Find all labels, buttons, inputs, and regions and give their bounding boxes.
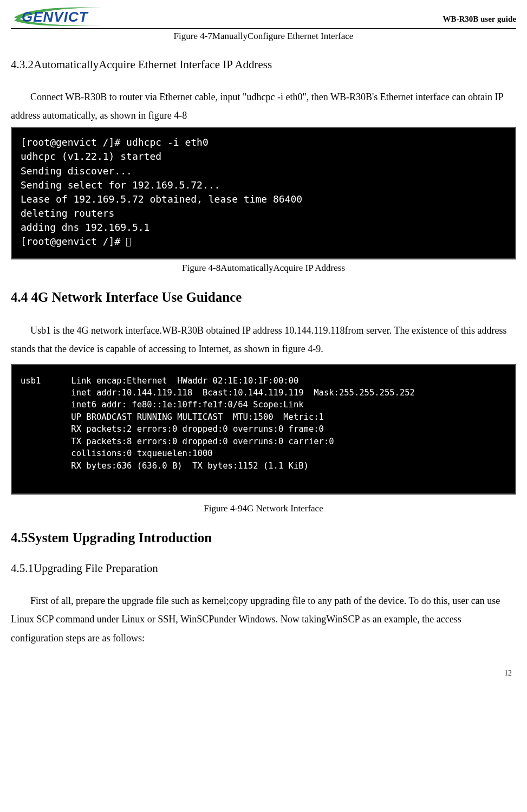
terminal-line: deleting routers: [21, 206, 506, 220]
figure-caption-4-9: Figure 4-94G Network Interface: [11, 503, 516, 514]
terminal-line: [root@genvict /]# udhcpc -i eth0: [21, 135, 506, 150]
brand-name: GENVICT: [22, 9, 88, 25]
prompt-text: [root@genvict /]#: [21, 236, 126, 247]
header-doc-title: WB-R30B user guide: [443, 15, 516, 26]
heading-4-4: 4.4 4G Network Interface Use Guidance: [11, 290, 516, 305]
brand-logo: GENVICT: [11, 4, 108, 26]
terminal-line: UP BROADCAST RUNNING MULTICAST MTU:1500 …: [21, 411, 506, 423]
terminal-line: TX packets:8 errors:0 dropped:0 overruns…: [21, 436, 506, 447]
heading-4-3-2: 4.3.2AutomaticallyAcquire Ethernet Inter…: [11, 58, 516, 72]
terminal-line: [root@genvict /]#: [21, 235, 506, 249]
terminal-line: Sending discover...: [21, 164, 506, 178]
terminal-line: Sending select for 192.169.5.72...: [21, 178, 506, 192]
figure-caption-4-7: Figure 4-7ManuallyConfigure Ethernet Int…: [11, 31, 516, 42]
terminal-line: inet6 addr: fe80::1e:10ff:fe1f:0/64 Scop…: [21, 399, 506, 411]
terminal-line: RX packets:2 errors:0 dropped:0 overruns…: [21, 423, 506, 435]
terminal-output-udhcpc: [root@genvict /]# udhcpc -i eth0 udhcpc …: [11, 127, 516, 259]
figure-caption-4-8: Figure 4-8AutomaticallyAcquire IP Addres…: [11, 263, 516, 274]
terminal-line: collisions:0 txqueuelen:1000: [21, 447, 506, 459]
terminal-line: inet addr:10.144.119.118 Bcast:10.144.11…: [21, 387, 506, 399]
terminal-line: usb1 Link encap:Ethernet HWaddr 02:1E:10…: [21, 375, 506, 387]
paragraph-4-4: Usb1 is the 4G network interface.WB-R30B…: [11, 321, 516, 358]
page-number: 12: [11, 669, 516, 678]
terminal-line: adding dns 192.169.5.1: [21, 220, 506, 235]
heading-4-5: 4.5System Upgrading Introduction: [11, 530, 516, 545]
terminal-line: Lease of 192.169.5.72 obtained, lease ti…: [21, 192, 506, 206]
terminal-line: RX bytes:636 (636.0 B) TX bytes:1152 (1.…: [21, 460, 506, 472]
paragraph-4-3-2: Connect WB-R30B to router via Ethernet c…: [11, 88, 516, 125]
heading-4-5-1: 4.5.1Upgrading File Preparation: [11, 562, 516, 575]
paragraph-4-5-1: First of all, prepare the upgrade file s…: [11, 592, 516, 647]
terminal-line: udhcpc (v1.22.1) started: [21, 150, 506, 164]
terminal-output-ifconfig: usb1 Link encap:Ethernet HWaddr 02:1E:10…: [11, 364, 516, 495]
cursor-icon: [126, 238, 131, 246]
page-header: GENVICT WB-R30B user guide: [11, 0, 516, 29]
